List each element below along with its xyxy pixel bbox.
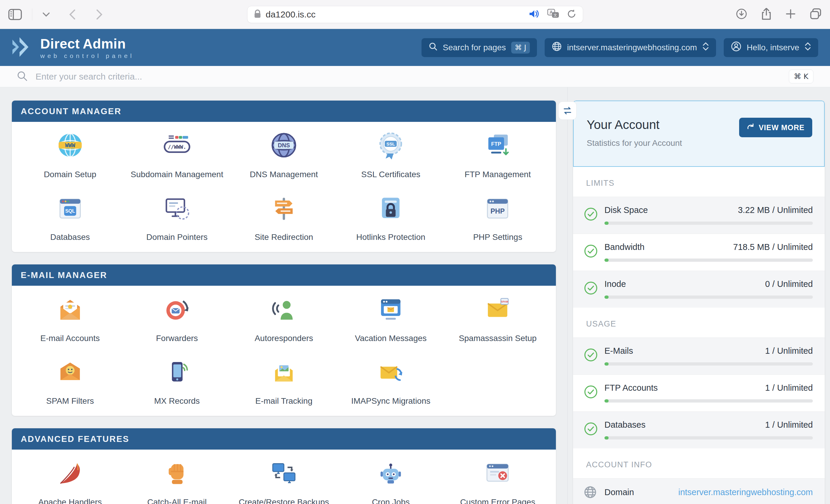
usage-progress-fill: [604, 399, 609, 403]
account-sidebar: Your AccountStatistics for your AccountV…: [573, 101, 825, 504]
tab-overview-icon[interactable]: [810, 8, 822, 21]
feature-item-site-redirection[interactable]: Site Redirection: [230, 192, 337, 242]
catch-glove-icon: [162, 457, 192, 491]
view-more-button[interactable]: VIEW MORE: [739, 118, 812, 137]
usage-progress-fill: [604, 362, 609, 366]
feature-item-ftp-management[interactable]: FTPFTP Management: [444, 130, 551, 179]
svg-text:FTP: FTP: [491, 141, 502, 147]
php-card-icon: PHP: [483, 192, 512, 225]
signpost-icon: [269, 192, 299, 225]
feature-label: MX Records: [154, 396, 200, 406]
feature-label: Forwarders: [156, 334, 198, 343]
stat-label: Inode: [604, 279, 626, 289]
forward-button-icon[interactable]: [96, 9, 103, 20]
globe-icon: [584, 486, 598, 499]
search-input[interactable]: [35, 72, 789, 81]
search-icon: [17, 70, 28, 83]
feature-item-php-settings[interactable]: PHPPHP Settings: [444, 192, 551, 242]
feature-label: Vacation Messages: [355, 334, 426, 343]
directadmin-logo[interactable]: DirectAdmin web control panel: [12, 35, 134, 60]
share-icon[interactable]: [761, 8, 771, 21]
panel-group-heading: USAGE: [573, 308, 825, 337]
feature-item-e-mail-accounts[interactable]: E-mail Accounts: [17, 293, 123, 343]
feature-label: Site Redirection: [255, 233, 313, 242]
feature-item-spamassassin-setup[interactable]: SPAMSpamassassin Setup: [444, 293, 551, 343]
your-account-card: Your AccountStatistics for your AccountV…: [573, 101, 825, 504]
feature-item-custom-error-pages[interactable]: Custom Error Pages: [444, 457, 551, 504]
feature-grid: E-mail AccountsForwardersAutorespondersV…: [12, 286, 556, 416]
feature-label: Autoresponders: [255, 334, 313, 343]
account-subtitle: Statistics for your Account: [587, 138, 811, 148]
info-value[interactable]: intserver.masteringwebhosting.com: [678, 488, 813, 497]
feature-label: IMAPSync Migrations: [351, 396, 430, 406]
search-icon: [428, 42, 438, 53]
usage-progress-bar: [604, 399, 813, 403]
feature-item-forwarders[interactable]: Forwarders: [123, 293, 230, 343]
domain-selector[interactable]: intserver.masteringwebhosting.com: [545, 38, 716, 57]
info-label: Domain: [604, 488, 634, 497]
feature-item-spam-filters[interactable]: SPAM Filters: [17, 356, 123, 406]
user-menu[interactable]: Hello, intserve: [724, 38, 818, 57]
back-button-icon[interactable]: [69, 9, 75, 20]
stat-value: 1 / Unlimited: [765, 346, 813, 356]
new-tab-icon[interactable]: [786, 9, 796, 20]
globe-dns-icon: DNS: [269, 130, 299, 163]
feature-item-imapsync-migrations[interactable]: IMAPSync Migrations: [338, 356, 444, 406]
stat-label: Databases: [604, 420, 646, 430]
check-circle-icon: [584, 281, 598, 296]
svg-text:WWW: WWW: [65, 142, 75, 148]
feature-item-mx-records[interactable]: MX Records: [123, 356, 230, 406]
toolbar-divider: [32, 8, 32, 21]
sidebar-toggle-icon[interactable]: [8, 9, 22, 20]
padlock-card-icon: [376, 192, 406, 225]
usage-progress-bar: [604, 259, 813, 262]
feature-item-subdomain-management[interactable]: //WWW.Subdomain Management: [123, 130, 230, 179]
feature-item-autoresponders[interactable]: Autoresponders: [230, 293, 337, 343]
feature-item-e-mail-tracking[interactable]: E-mail Tracking: [230, 356, 337, 406]
downloads-icon[interactable]: [736, 8, 747, 21]
feature-item-dns-management[interactable]: DNSDNS Management: [230, 130, 337, 179]
feature-item-catch-all-e-mail[interactable]: Catch-All E-mail: [123, 457, 230, 504]
envelope-sync-icon: [376, 356, 406, 389]
stat-row-disk-space: Disk Space3.22 MB / Unlimited: [573, 197, 825, 234]
stat-row-inode: Inode0 / Unlimited: [573, 271, 825, 308]
section-title: ACCOUNT MANAGER: [12, 101, 556, 122]
chevron-down-icon[interactable]: [42, 12, 50, 17]
feature-item-domain-setup[interactable]: WWWDomain Setup: [17, 130, 123, 179]
usage-progress-bar: [604, 362, 813, 366]
stat-label: Bandwidth: [604, 242, 644, 252]
stat-label: Disk Space: [604, 205, 648, 215]
feature-item-databases[interactable]: SQLDatabases: [17, 192, 123, 242]
usage-progress-fill: [604, 222, 609, 225]
lock-icon: [254, 9, 261, 20]
feature-item-create-restore-backups[interactable]: Create/Restore Backups: [230, 457, 337, 504]
panel-group-heading: ACCOUNT INFO: [573, 448, 825, 478]
feature-item-apache-handlers[interactable]: Apache Handlers: [17, 457, 123, 504]
backup-monitors-icon: [269, 457, 299, 491]
user-avatar-icon: [731, 41, 741, 54]
search-pages-button[interactable]: Search for pages ⌘ J: [421, 38, 537, 57]
section-card: ACCOUNT MANAGERWWWDomain Setup//WWW.Subd…: [12, 101, 556, 252]
feature-item-ssl-certificates[interactable]: SSLSSL Certificates: [338, 130, 444, 179]
audio-mute-icon[interactable]: [529, 9, 540, 20]
check-circle-icon: [584, 348, 598, 363]
feature-grid: WWWDomain Setup//WWW.Subdomain Managemen…: [12, 122, 556, 252]
feature-label: Custom Error Pages: [460, 498, 536, 504]
url-text[interactable]: da1200.is.cc: [266, 9, 529, 20]
reload-icon[interactable]: [567, 9, 576, 20]
feature-label: SSL Certificates: [361, 170, 420, 179]
feature-item-cron-jobs[interactable]: Cron Jobs: [338, 457, 444, 504]
translate-icon[interactable]: A文: [547, 9, 559, 20]
feature-item-vacation-messages[interactable]: Vacation Messages: [338, 293, 444, 343]
feature-label: Apache Handlers: [38, 498, 102, 504]
address-bar[interactable]: da1200.is.cc A文: [247, 6, 583, 23]
feature-label: Spamassassin Setup: [459, 334, 537, 343]
swap-columns-button[interactable]: [558, 101, 577, 120]
screen: da1200.is.cc A文 DirectAdmin web control …: [0, 0, 830, 504]
stat-value: 1 / Unlimited: [765, 383, 813, 393]
app-header: DirectAdmin web control panel Search for…: [0, 29, 830, 66]
section-card: ADVANCED FEATURESApache HandlersCatch-Al…: [12, 428, 556, 504]
feature-item-domain-pointers[interactable]: Domain Pointers: [123, 192, 230, 242]
feature-item-hotlinks-protection[interactable]: Hotlinks Protection: [338, 192, 444, 242]
stat-value: 1 / Unlimited: [765, 420, 813, 430]
